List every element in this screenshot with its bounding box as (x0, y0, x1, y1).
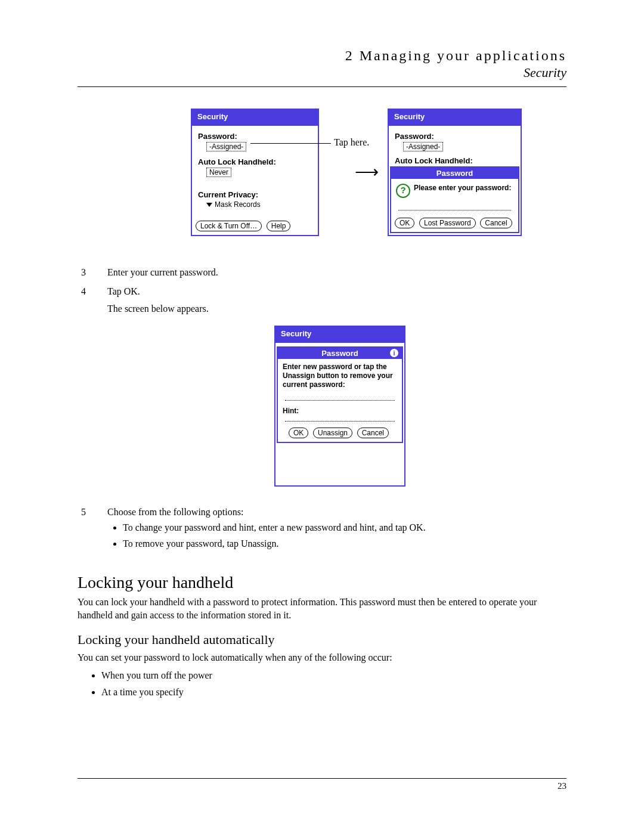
cancel-button[interactable]: Cancel (480, 218, 512, 228)
heading-autolock: Locking your handheld automatically (78, 632, 566, 648)
help-button[interactable]: Help (267, 221, 291, 231)
arrow-icon: ⟶ (355, 162, 379, 182)
steps-list: 3 Enter your current password. 4 Tap OK.… (78, 264, 220, 321)
password-dialog: Password i Enter new password or tap the… (277, 346, 403, 443)
title-tab: Security (194, 111, 231, 123)
option-item: To remove your password, tap Unassign. (123, 537, 426, 550)
autolock-label: Auto Lock Handheld: (395, 156, 515, 165)
step-number: 4 (79, 284, 106, 319)
password-selector[interactable]: -Assigned- (206, 142, 246, 151)
password-label: Password: (198, 132, 312, 141)
hint-label: Hint: (283, 407, 397, 415)
dropdown-triangle-icon (206, 203, 212, 207)
new-password-input[interactable] (285, 394, 395, 401)
chapter-title: Managing your applications (360, 48, 566, 63)
title-tab: Security (391, 111, 428, 123)
page-number: 23 (78, 781, 566, 791)
page-header: 2 Managing your applications Security (78, 48, 566, 80)
cancel-button[interactable]: Cancel (357, 428, 389, 438)
callout-text: Tap here. (334, 137, 369, 148)
page-footer: 23 (78, 778, 566, 791)
privacy-selector[interactable]: Mask Records (206, 200, 312, 209)
password-label: Password: (395, 132, 515, 141)
privacy-label: Current Privacy: (198, 190, 312, 199)
header-rule (78, 86, 566, 87)
titlebar: Security (389, 110, 521, 126)
autolock-options: When you turn off the power At a time yo… (86, 669, 566, 698)
figure-row-2: Security Password i Enter new password o… (274, 326, 566, 493)
step-subtext: The screen below appears. (107, 302, 218, 315)
step-text: Tap OK. (107, 284, 218, 298)
body-text: You can lock your handheld with a passwo… (78, 596, 566, 623)
step-text: Choose from the following options: (107, 505, 426, 519)
screenshot-new-password: Security Password i Enter new password o… (274, 326, 405, 487)
screenshot-password-prompt: Security Password: -Assigned- Auto Lock … (388, 109, 522, 236)
titlebar: Security (275, 327, 404, 343)
password-input[interactable] (398, 204, 511, 210)
lock-turnoff-button[interactable]: Lock & Turn Off… (196, 221, 262, 231)
unassign-button[interactable]: Unassign (313, 428, 352, 438)
password-dialog: Password ? Please enter your password: O… (390, 166, 519, 233)
heading-locking: Locking your handheld (78, 573, 566, 592)
option-item: At a time you specify (101, 686, 566, 699)
step-number: 3 (79, 265, 106, 283)
dialog-prompt: Enter new password or tap the Unassign b… (283, 363, 397, 389)
steps-list: 5 Choose from the following options: To … (78, 503, 428, 560)
chapter-number: 2 (345, 48, 354, 63)
hint-input[interactable] (285, 415, 395, 422)
figure-row-1: Security Password: -Assigned- Auto Lock … (191, 109, 566, 246)
body-text: You can set your password to lock automa… (78, 651, 566, 664)
screenshot-security-main: Security Password: -Assigned- Auto Lock … (191, 109, 319, 236)
dialog-prompt: Please enter your password: (414, 184, 511, 193)
password-selector[interactable]: -Assigned- (403, 142, 443, 151)
option-item: To change your password and hint, enter … (123, 521, 426, 534)
dialog-title: Password (391, 168, 518, 179)
question-icon: ? (396, 184, 410, 198)
info-icon[interactable]: i (390, 349, 398, 357)
lost-password-button[interactable]: Lost Password (419, 218, 476, 228)
dialog-title: Password i (278, 348, 402, 359)
step-number: 5 (79, 504, 106, 559)
ok-button[interactable]: OK (395, 218, 414, 228)
step-options: To change your password and hint, enter … (107, 521, 426, 550)
step-text: Enter your current password. (107, 265, 219, 283)
section-title: Security (78, 65, 566, 80)
titlebar: Security (192, 110, 318, 126)
option-item: When you turn off the power (101, 669, 566, 682)
autolock-selector[interactable]: Never (206, 168, 231, 177)
title-tab: Security (277, 328, 315, 340)
autolock-label: Auto Lock Handheld: (198, 157, 312, 166)
callout-line (250, 143, 331, 144)
ok-button[interactable]: OK (289, 428, 308, 438)
